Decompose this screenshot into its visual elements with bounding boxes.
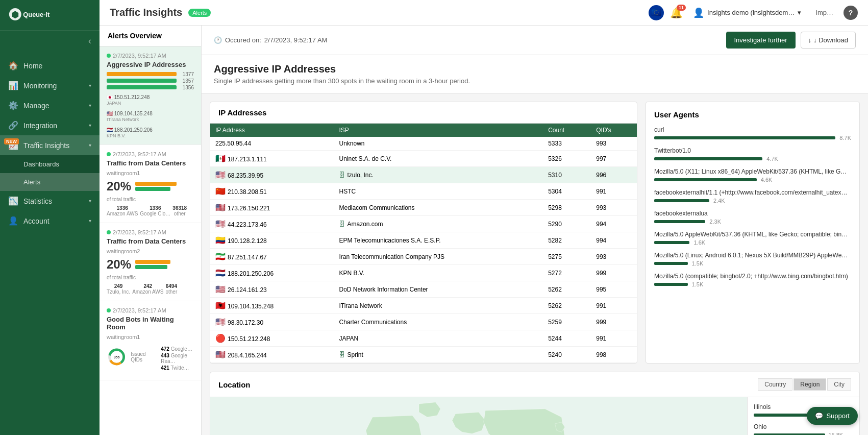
account-menu-button[interactable]: 👤 Insights demo (insightsdem… ▾ <box>689 5 805 20</box>
investigate-further-button[interactable]: Investigate further <box>726 32 796 49</box>
detail-title: Aggressive IP Addresses <box>214 63 856 75</box>
eu-flag-button[interactable]: 🇪🇺 <box>649 5 664 20</box>
bar-value: 1356 <box>179 85 194 90</box>
statistics-icon: 📉 <box>8 196 18 206</box>
imp-button[interactable]: Imp… <box>811 7 837 18</box>
table-row[interactable]: 🇮🇷87.251.147.67 Iran Telecommunication C… <box>210 249 637 265</box>
cell-isp: 🗄Sprint <box>334 347 543 363</box>
user-agents-section: User Agents curl 8.7K Twitterbot/1.0 4.7… <box>646 102 860 364</box>
cell-ip: 🇦🇱109.104.135.248 <box>210 298 334 314</box>
cell-isp: JAPAN <box>334 330 543 347</box>
cell-isp: Charter Communications <box>334 314 543 330</box>
sidebar-item-label: Integration <box>23 122 57 130</box>
sidebar-item-label: Home <box>23 62 42 70</box>
table-row[interactable]: 🇨🇳210.38.208.51 HSTC 5304 991 <box>210 183 637 200</box>
chevron-down-icon: ▾ <box>798 9 801 16</box>
location-tab-city[interactable]: City <box>827 378 851 391</box>
table-row[interactable]: 🇨🇴190.128.2.128 EPM Telecomunicaciones S… <box>210 232 637 249</box>
cell-count: 5240 <box>543 347 591 363</box>
cell-ip: 225.50.95.44 <box>210 137 334 151</box>
alert-card-aggressive-ip[interactable]: 2/7/2023, 9:52:17 AM Aggressive IP Addre… <box>100 46 201 145</box>
alert-title: Good Bots in Waiting Room <box>107 316 194 331</box>
svg-text:356: 356 <box>114 355 120 359</box>
alert-card-datacenter-1[interactable]: 2/7/2023, 9:52:17 AM Traffic from Data C… <box>100 145 201 223</box>
sidebar-item-account[interactable]: 👤 Account ▾ <box>0 211 100 231</box>
table-row[interactable]: 🇺🇸68.235.39.95 🗄tzulo, Inc. 5310 996 <box>210 167 637 183</box>
location-header: Location Country Region City <box>210 372 859 397</box>
sidebar-collapse-button[interactable]: ‹ <box>0 31 100 52</box>
ua-bar <box>654 199 709 202</box>
table-row[interactable]: 🔴150.51.212.248 JAPAN 5244 991 <box>210 330 637 347</box>
table-row[interactable]: 🇺🇸173.26.150.221 Mediacom Communications… <box>210 200 637 216</box>
main-area: Traffic Insights Alerts 🇪🇺 🔔 11 👤 Insigh… <box>100 0 868 435</box>
cell-isp: Mediacom Communications <box>334 200 543 216</box>
table-row[interactable]: 🇺🇸44.223.173.46 🗄Amazon.com 5290 994 <box>210 216 637 232</box>
ua-title: User Agents <box>654 110 851 119</box>
location-stat-item: Ohio 15.8K <box>754 423 853 435</box>
table-row[interactable]: 🇳🇱188.201.250.206 KPN B.V. 5272 999 <box>210 265 637 281</box>
sidebar-item-dashboards[interactable]: Dashboards <box>0 155 100 173</box>
stat-box: 242 Amazon AWS <box>132 283 163 295</box>
cell-isp: Unknown <box>334 137 543 151</box>
download-button[interactable]: ↓ ↓ Download <box>801 32 856 49</box>
alert-time: 2/7/2023, 9:52:17 AM <box>107 229 194 235</box>
cell-qid: 996 <box>591 167 637 183</box>
table-row[interactable]: 🇦🇱109.104.135.248 ITirana Network 5262 9… <box>210 298 637 314</box>
ua-count: 1.5K <box>692 260 704 267</box>
ua-item: Twitterbot/1.0 4.7K <box>654 147 851 162</box>
table-row[interactable]: 225.50.95.44 Unknown 5333 993 <box>210 137 637 151</box>
alerts-panel-header: Alerts Overview <box>100 26 201 46</box>
ua-count: 1.5K <box>692 281 704 287</box>
table-row[interactable]: 🇺🇸26.124.161.23 DoD Network Information … <box>210 281 637 298</box>
chevron-down-icon: ▾ <box>89 142 91 148</box>
ua-bar <box>654 136 835 139</box>
cell-qid: 991 <box>591 183 637 200</box>
status-dot <box>107 54 111 58</box>
topbar: Traffic Insights Alerts 🇪🇺 🔔 11 👤 Insigh… <box>100 0 868 26</box>
sidebar-item-monitoring[interactable]: 📊 Monitoring ▾ <box>0 76 100 95</box>
table-row[interactable]: 🇺🇸208.4.165.244 🗄Sprint 5240 998 <box>210 347 637 363</box>
location-tab-region[interactable]: Region <box>793 378 826 391</box>
sidebar-item-manage[interactable]: ⚙️ Manage ▾ <box>0 95 100 115</box>
ip-addresses-section: IP Addresses IP Address ISP Count QID's <box>210 102 637 364</box>
support-button[interactable]: 💬 Support <box>807 407 858 425</box>
alert-card-good-bots[interactable]: 2/7/2023, 9:52:17 AM Good Bots in Waitin… <box>100 301 201 380</box>
alert-title: Aggressive IP Addresses <box>107 61 194 68</box>
donut-chart: 356 Issued QIDs 472 Google… 443 Google R… <box>107 343 194 371</box>
ua-count: 4.7K <box>766 156 778 162</box>
ua-count: 1.6K <box>693 239 705 246</box>
cell-qid: 999 <box>591 314 637 330</box>
alert-title: Traffic from Data Centers <box>107 237 194 245</box>
sidebar-item-integration[interactable]: 🔗 Integration ▾ <box>0 115 100 135</box>
alert-percent: 20% <box>107 179 131 194</box>
alert-stats: 1336 Amazon AWS 1336 Google Clo… 36318 o… <box>107 205 194 216</box>
alert-title: Traffic from Data Centers <box>107 159 194 167</box>
alert-card-datacenter-2[interactable]: 2/7/2023, 9:52:17 AM Traffic from Data C… <box>100 223 201 301</box>
location-tabs: Country Region City <box>758 378 851 391</box>
sidebar-item-label: Monitoring <box>23 82 57 90</box>
stat-box: 249 Tzulo, Inc. <box>107 283 130 295</box>
table-row[interactable]: 🇲🇽187.213.1.111 Uninet S.A. de C.V. 5326… <box>210 151 637 167</box>
cell-isp: HSTC <box>334 183 543 200</box>
donut-label: Issued QIDs <box>131 351 153 362</box>
download-icon: ↓ <box>808 36 812 44</box>
ua-bar-wrap: 1.5K <box>654 281 851 287</box>
ua-name: Mozilla/5.0 (X11; Linux x86_64) AppleWeb… <box>654 168 848 175</box>
occurred-time: 2/7/2023, 9:52:17 AM <box>264 36 328 44</box>
table-row[interactable]: 🇺🇸98.30.172.30 Charter Communications 52… <box>210 314 637 330</box>
stat-box: 36318 other <box>172 205 187 216</box>
sidebar-item-traffic-insights[interactable]: NEW 📈 Traffic Insights ▾ <box>0 135 100 155</box>
notifications-button[interactable]: 🔔 11 <box>670 7 683 19</box>
chevron-down-icon: ▾ <box>89 103 91 108</box>
sidebar-item-alerts[interactable]: Alerts <box>0 173 100 191</box>
help-button[interactable]: ? <box>844 6 858 20</box>
sidebar-item-statistics[interactable]: 📉 Statistics ▾ <box>0 191 100 211</box>
alert-subtitle: waitingroom1 <box>107 170 194 176</box>
sidebar-item-home[interactable]: 🏠 Home <box>0 56 100 76</box>
chevron-down-icon: ▾ <box>89 198 91 204</box>
bar-value: 1357 <box>179 78 194 84</box>
cell-ip: 🇳🇱188.201.250.206 <box>210 265 334 281</box>
location-tab-country[interactable]: Country <box>758 378 792 391</box>
ua-name: facebookexternalua <box>654 210 848 217</box>
ua-name: facebookexternalhit/1.1 (+http://www.fac… <box>654 189 848 196</box>
